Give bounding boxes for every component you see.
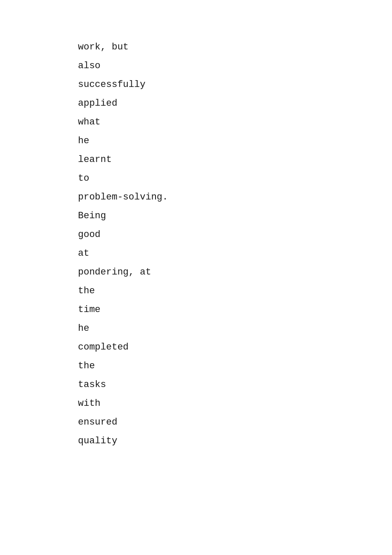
- text-line-19: with: [78, 399, 392, 408]
- text-line-6: learnt: [78, 155, 392, 165]
- text-line-10: good: [78, 230, 392, 240]
- text-line-0: work, but: [78, 43, 392, 52]
- text-line-3: applied: [78, 99, 392, 108]
- text-line-1: also: [78, 61, 392, 71]
- text-line-20: ensured: [78, 418, 392, 427]
- text-line-2: successfully: [78, 80, 392, 90]
- text-line-16: completed: [78, 343, 392, 352]
- text-line-11: at: [78, 249, 392, 258]
- text-line-7: to: [78, 174, 392, 183]
- text-line-13: the: [78, 286, 392, 296]
- text-content: work, butalsosuccessfullyappliedwhathele…: [0, 0, 392, 446]
- text-line-18: tasks: [78, 380, 392, 390]
- text-line-17: the: [78, 361, 392, 371]
- text-line-21: quality: [78, 436, 392, 446]
- text-line-4: what: [78, 118, 392, 127]
- text-line-8: problem-solving.: [78, 193, 392, 202]
- text-line-9: Being: [78, 211, 392, 221]
- text-line-15: he: [78, 324, 392, 333]
- text-line-12: pondering, at: [78, 268, 392, 277]
- text-line-14: time: [78, 305, 392, 315]
- text-line-5: he: [78, 136, 392, 146]
